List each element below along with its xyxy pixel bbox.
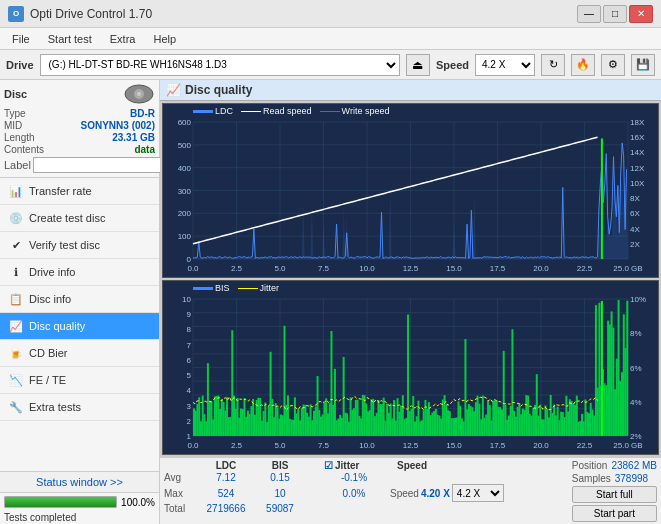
position-value: 23862 MB	[611, 460, 657, 471]
disc-quality-icon: 📈	[8, 318, 24, 334]
avg-bis: 0.15	[254, 472, 306, 483]
nav-cd-bier[interactable]: 🍺 CD Bier	[0, 340, 159, 367]
speed-col-header: Speed	[386, 460, 438, 471]
start-full-button[interactable]: Start full	[572, 486, 657, 503]
length-label: Length	[4, 132, 35, 143]
jitter-checkbox-display: ☑	[324, 460, 333, 471]
menu-help[interactable]: Help	[145, 31, 184, 47]
ldc-canvas	[163, 104, 658, 277]
contents-value: data	[134, 144, 155, 155]
speed-dropdown[interactable]: 4.2 X	[452, 484, 504, 502]
nav-extra-tests[interactable]: 🔧 Extra tests	[0, 394, 159, 421]
avg-label: Avg	[164, 472, 198, 483]
menu-extra[interactable]: Extra	[102, 31, 144, 47]
menu-bar: File Start test Extra Help	[0, 28, 661, 50]
stats-left: LDC BIS ☑ Jitter Speed Avg 7.12 0.15 -0.…	[164, 460, 568, 522]
start-part-button[interactable]: Start part	[572, 505, 657, 522]
nav-transfer-rate[interactable]: 📊 Transfer rate	[0, 178, 159, 205]
create-test-disc-icon: 💿	[8, 210, 24, 226]
progress-bar	[4, 496, 117, 508]
total-ldc: 2719666	[200, 503, 252, 514]
disc-info-icon: 📋	[8, 291, 24, 307]
speed-select[interactable]: 4.2 X	[475, 54, 535, 76]
nav-create-test-disc[interactable]: 💿 Create test disc	[0, 205, 159, 232]
samples-label: Samples	[572, 473, 611, 484]
avg-jitter: -0.1%	[324, 472, 384, 483]
length-value: 23.31 GB	[112, 132, 155, 143]
total-bis: 59087	[254, 503, 306, 514]
speed-label: Speed	[436, 59, 469, 71]
bis-chart: BIS Jitter	[162, 280, 659, 455]
nav-section: 📊 Transfer rate 💿 Create test disc ✔ Ver…	[0, 178, 159, 471]
ldc-legend-label: LDC	[215, 106, 233, 116]
save-button[interactable]: 💾	[631, 54, 655, 76]
nav-disc-quality[interactable]: 📈 Disc quality	[0, 313, 159, 340]
menu-file[interactable]: File	[4, 31, 38, 47]
samples-value: 378998	[615, 473, 648, 484]
nav-drive-info[interactable]: ℹ Drive info	[0, 259, 159, 286]
stats-right: Position 23862 MB Samples 378998 Start f…	[572, 460, 657, 522]
content-area: 📈 Disc quality LDC Read speed	[160, 80, 661, 524]
disc-icon	[123, 84, 155, 104]
bis-chart-legend: BIS Jitter	[193, 283, 279, 293]
nav-verify-test-disc[interactable]: ✔ Verify test disc	[0, 232, 159, 259]
nav-fe-te[interactable]: 📉 FE / TE	[0, 367, 159, 394]
nav-verify-test-disc-label: Verify test disc	[29, 239, 100, 251]
window-controls: — □ ✕	[577, 5, 653, 23]
burn-button[interactable]: 🔥	[571, 54, 595, 76]
label-field-label: Label	[4, 159, 31, 171]
close-button[interactable]: ✕	[629, 5, 653, 23]
max-ldc: 524	[200, 488, 252, 499]
status-window-button[interactable]: Status window >>	[0, 472, 159, 493]
drive-select[interactable]: (G:) HL-DT-ST BD-RE WH16NS48 1.D3	[40, 54, 400, 76]
nav-create-test-disc-label: Create test disc	[29, 212, 105, 224]
nav-cd-bier-label: CD Bier	[29, 347, 68, 359]
verify-test-disc-icon: ✔	[8, 237, 24, 253]
ldc-chart-legend: LDC Read speed Write speed	[193, 106, 389, 116]
read-speed-legend-label: Read speed	[263, 106, 312, 116]
nav-disc-quality-label: Disc quality	[29, 320, 85, 332]
svg-point-2	[137, 92, 141, 96]
main-layout: Disc Type BD-R MID SONYNN3 (002) Length …	[0, 80, 661, 524]
title-bar: O Opti Drive Control 1.70 — □ ✕	[0, 0, 661, 28]
status-area: Status window >> 100.0% Tests completed	[0, 471, 159, 524]
sidebar: Disc Type BD-R MID SONYNN3 (002) Length …	[0, 80, 160, 524]
write-speed-legend-label: Write speed	[342, 106, 390, 116]
jitter-legend-label: Jitter	[260, 283, 280, 293]
nav-transfer-rate-label: Transfer rate	[29, 185, 92, 197]
mid-value: SONYNN3 (002)	[81, 120, 155, 131]
nav-fe-te-label: FE / TE	[29, 374, 66, 386]
progress-percent: 100.0%	[121, 497, 155, 508]
status-text: Tests completed	[0, 511, 159, 524]
settings-button[interactable]: ⚙	[601, 54, 625, 76]
speed-stat-value: 4.20 X	[421, 488, 450, 499]
bis-header: BIS	[254, 460, 306, 471]
speed-stat-label: Speed	[390, 488, 419, 499]
bis-canvas	[163, 281, 658, 454]
disc-quality-header-icon: 📈	[166, 83, 181, 97]
minimize-button[interactable]: —	[577, 5, 601, 23]
jitter-header: ☑ Jitter	[324, 460, 384, 471]
bis-legend-label: BIS	[215, 283, 230, 293]
eject-button[interactable]: ⏏	[406, 54, 430, 76]
max-bis: 10	[254, 488, 306, 499]
disc-panel: Disc Type BD-R MID SONYNN3 (002) Length …	[0, 80, 159, 178]
contents-label: Contents	[4, 144, 44, 155]
max-jitter: 0.0%	[324, 488, 384, 499]
bottom-stats: LDC BIS ☑ Jitter Speed Avg 7.12 0.15 -0.…	[160, 457, 661, 524]
type-label: Type	[4, 108, 26, 119]
nav-extra-tests-label: Extra tests	[29, 401, 81, 413]
disc-quality-title: Disc quality	[185, 83, 252, 97]
status-progress-row: 100.0%	[0, 493, 159, 511]
nav-disc-info[interactable]: 📋 Disc info	[0, 286, 159, 313]
drive-info-icon: ℹ	[8, 264, 24, 280]
maximize-button[interactable]: □	[603, 5, 627, 23]
menu-start-test[interactable]: Start test	[40, 31, 100, 47]
label-input[interactable]	[33, 157, 166, 173]
disc-quality-header: 📈 Disc quality	[160, 80, 661, 101]
max-label: Max	[164, 488, 198, 499]
app-icon: O	[8, 6, 24, 22]
nav-disc-info-label: Disc info	[29, 293, 71, 305]
refresh-button[interactable]: ↻	[541, 54, 565, 76]
disc-section-label: Disc	[4, 88, 27, 100]
